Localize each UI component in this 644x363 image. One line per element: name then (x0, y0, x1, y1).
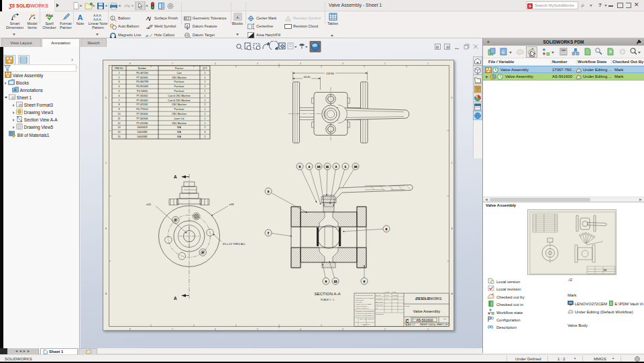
svg-text:2: 2 (384, 328, 386, 331)
svg-text:Laser Cut: Laser Cut (174, 117, 184, 120)
svg-text:TWO PLACE DECIMAL: TWO PLACE DECIMAL (356, 305, 368, 307)
svg-text:APPLICATION: APPLICATION (361, 323, 370, 325)
svg-text:Cast & CNC Machine: Cast & CNC Machine (168, 99, 190, 102)
svg-text:B: B (451, 227, 452, 230)
svg-text:3: 3 (119, 81, 120, 83)
svg-text:11: 11 (118, 117, 121, 120)
svg-text:MARK: MARK (385, 295, 389, 296)
svg-text:PT-025261: PT-025261 (136, 103, 148, 106)
svg-text:⌀: ⌀ (146, 34, 149, 38)
svg-text:8: 8 (129, 328, 131, 331)
svg-text:5: 5 (257, 328, 258, 331)
svg-text:WEIGHT: 3.003 kg: WEIGHT: 3.003 kg (420, 323, 436, 326)
svg-text:118.80: 118.80 (326, 72, 335, 75)
svg-text:CNC Machine: CNC Machine (172, 113, 186, 115)
svg-text:8: 8 (119, 103, 120, 106)
svg-text:Purchase: Purchase (174, 81, 184, 83)
svg-text:1: 1 (427, 62, 429, 65)
svg-text:4: 4 (300, 62, 301, 65)
svg-text:D: D (105, 97, 107, 99)
svg-text:C: C (105, 162, 107, 164)
svg-text:(X): (X) (488, 325, 493, 329)
svg-text:TITLE:: TITLE: (405, 305, 411, 307)
svg-text:Cast & CNC Machine: Cast & CNC Machine (168, 95, 190, 97)
svg-text:PT-561602: PT-561602 (136, 99, 148, 102)
svg-text:DIMENSIONS ARE IN MILLIMETERS: DIMENSIONS ARE IN MILLIMETERS (356, 297, 375, 299)
svg-text:2: 2 (119, 76, 120, 79)
svg-text:11: 11 (326, 165, 329, 168)
svg-text:COMMENTS:: COMMENTS: (376, 313, 384, 315)
svg-text:PU-775012: PU-775012 (136, 108, 148, 111)
svg-text:10003423: 10003423 (137, 126, 148, 129)
svg-text:TOLERANCES:: TOLERANCES: (356, 299, 364, 301)
svg-text:MFG APPR.: MFG APPR. (376, 304, 383, 305)
svg-text:MARK: MARK (385, 298, 389, 299)
svg-text:PT-561601: PT-561601 (136, 95, 148, 97)
svg-text:PU-815463: PU-815463 (136, 85, 148, 88)
svg-text:ENG APPR.: ENG APPR. (376, 301, 383, 303)
svg-text:C: C (451, 162, 453, 164)
svg-text:9: 9 (119, 108, 120, 111)
svg-text:Purchase: Purchase (174, 108, 184, 111)
svg-text:1: 1 (205, 117, 206, 120)
svg-text:5: 5 (119, 90, 120, 93)
svg-text:2: 2 (205, 103, 206, 106)
svg-text:1: 1 (205, 90, 206, 93)
svg-text:UNLESS OTHERWISE SPECIFIED:: UNLESS OTHERWISE SPECIFIED: (356, 295, 373, 296)
svg-text:NAME: NAME (385, 291, 389, 293)
svg-text:A: A (77, 13, 83, 21)
svg-text:PROPRIETARY AND CONFIDENTIAL: PROPRIETARY AND CONFIDENTIAL (356, 311, 375, 312)
svg-text:Number: Number (138, 67, 147, 70)
svg-text:A: A (105, 293, 107, 295)
svg-text:A: A (451, 293, 453, 295)
svg-text:Abc: Abc (46, 13, 54, 17)
svg-text:N/A: N/A (177, 126, 182, 129)
svg-text:13: 13 (118, 126, 121, 129)
svg-text:ITEM NO.: ITEM NO. (114, 67, 123, 70)
svg-text:4: 4 (205, 131, 206, 134)
svg-text:6/25/2017: 6/25/2017 (392, 298, 398, 299)
svg-text:1: 1 (205, 99, 206, 102)
svg-text:7: 7 (172, 328, 173, 331)
svg-text:1: 1 (205, 72, 206, 74)
svg-text:DRAWN: DRAWN (376, 295, 381, 296)
svg-text:1: 1 (205, 81, 206, 83)
svg-text:SOLIDWORKS: SOLIDWORKS (421, 297, 441, 301)
svg-text:3: 3 (342, 62, 343, 65)
svg-text:10003382: 10003382 (137, 136, 148, 138)
svg-text:N/A: N/A (177, 131, 182, 134)
svg-text:10003382: 10003382 (137, 131, 148, 134)
svg-text:PU-467260: PU-467260 (136, 72, 148, 74)
svg-text:PT-561605: PT-561605 (136, 76, 148, 79)
svg-text:ƧS: ƧS (604, 269, 606, 272)
svg-text:USED ON: USED ON (368, 318, 374, 319)
svg-text:Q.A.: Q.A. (376, 307, 378, 309)
svg-text:AS-561600: AS-561600 (416, 318, 433, 322)
svg-text:1: 1 (205, 76, 206, 79)
svg-text:3: 3 (342, 328, 343, 331)
svg-text:12: 12 (118, 122, 121, 125)
svg-text:2: 2 (384, 62, 386, 65)
svg-text:1: 1 (427, 328, 429, 331)
svg-text:N/A: N/A (177, 136, 182, 138)
svg-text:2: 2 (205, 136, 206, 138)
svg-text:CNC Machine: CNC Machine (172, 76, 186, 79)
svg-text:13: 13 (317, 165, 321, 168)
svg-text:14: 14 (118, 131, 121, 134)
svg-text:44.40: 44.40 (303, 75, 311, 79)
svg-text:SCALE 1 : 1: SCALE 1 : 1 (321, 299, 334, 301)
svg-text:1: 1 (205, 122, 206, 125)
svg-text:CHECKED: CHECKED (376, 298, 382, 299)
svg-text:THREE PLACE DECIMAL: THREE PLACE DECIMAL (356, 307, 370, 309)
svg-text:10: 10 (354, 165, 358, 168)
svg-text:PT-561604: PT-561604 (136, 117, 148, 120)
svg-text:SHEET 1 OF 1: SHEET 1 OF 1 (437, 323, 449, 326)
svg-text:PT-561600: PT-561600 (136, 113, 148, 115)
svg-text:CNC Machine: CNC Machine (172, 122, 186, 125)
svg-text:⌀20: ⌀20 (146, 203, 152, 206)
svg-text:12: 12 (334, 280, 337, 283)
svg-text:Process: Process (175, 67, 184, 70)
svg-text:ƧS: ƧS (415, 297, 421, 301)
svg-text:FRACTIONAL: FRACTIONAL (356, 301, 364, 303)
svg-text:8: 8 (129, 62, 131, 65)
